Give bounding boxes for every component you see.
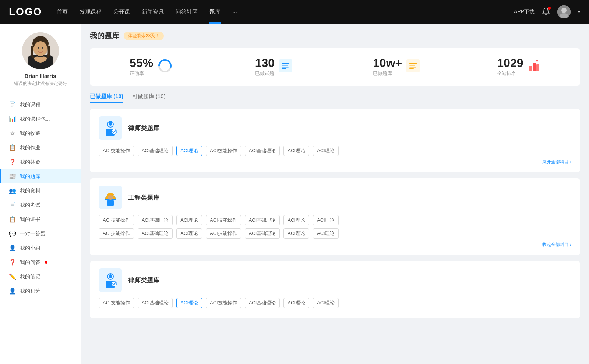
svg-rect-21 [409,65,415,66]
tag-item[interactable]: ACI技能操作 [99,228,134,239]
tag-item[interactable]: ACI基础理论 [138,228,173,239]
sidebar-item-course[interactable]: 📄 我的课程 [0,97,81,112]
tag-item[interactable]: ACI技能操作 [206,146,241,156]
sidebar-item-course-package[interactable]: 📊 我的课程包... [0,112,81,126]
tag-item[interactable]: ACI理论 [176,215,202,225]
engineer-icon [99,186,122,209]
tag-item[interactable]: ACI基础理论 [138,298,173,308]
svg-rect-14 [279,59,292,72]
tag-item[interactable]: ACI理论 [313,215,339,225]
tag-item[interactable]: ACI技能操作 [99,298,134,308]
sidebar-item-exam[interactable]: 📄 我的考试 [0,198,81,212]
tag-item[interactable]: ACI理论 [283,298,309,308]
collapse-link[interactable]: 收起全部科目 › [99,242,571,248]
sidebar-item-certificate[interactable]: 📋 我的证书 [0,212,81,226]
bank-card-3-header: 律师类题库 [99,268,571,292]
tag-item[interactable]: ACI技能操作 [99,215,134,225]
bank-card-lawyer-1: 律师类题库 ACI技能操作 ACI基础理论 ACI理论 ACI技能操作 ACI基… [90,109,580,172]
tag-item[interactable]: ACI基础理论 [245,146,280,156]
question-bank-icon: 📰 [9,173,16,180]
navbar-right: APP下载 ▾ [514,5,580,18]
tag-item[interactable]: ACI技能操作 [206,228,241,239]
nav-news[interactable]: 新闻资讯 [142,8,164,15]
sidebar-item-favorites[interactable]: ☆ 我的收藏 [0,126,81,140]
tag-item[interactable]: ACI基础理论 [138,146,173,156]
course-icon: 📄 [9,101,16,108]
tab-available-banks[interactable]: 可做题库 (10) [132,93,166,103]
certificate-icon: 📋 [9,216,16,223]
svg-rect-23 [409,68,414,69]
notification-bell[interactable] [542,7,550,17]
svg-point-9 [38,47,39,49]
sidebar-item-qa[interactable]: ❓ 我的答疑 [0,155,81,169]
tag-item[interactable]: ACI理论 [313,228,339,239]
tag-item[interactable]: ACI技能操作 [206,215,241,225]
rank-icon [528,59,541,75]
nav-home[interactable]: 首页 [57,8,68,15]
lawyer-icon-1 [99,116,122,140]
tag-item[interactable]: ACI理论 [283,228,309,239]
tag-item[interactable]: ACI理论 [283,215,309,225]
tag-item[interactable]: ACI理论 [313,146,339,156]
qa-red-dot [45,261,47,264]
done-questions-label: 已做试题 [255,70,275,77]
course-package-icon: 📊 [9,115,16,122]
nav-discover[interactable]: 发现课程 [80,8,102,15]
tag-item[interactable]: ACI基础理论 [138,215,173,225]
tag-item[interactable]: ACI技能操作 [99,146,134,156]
nav-question-bank[interactable]: 题库 [209,8,221,15]
tag-item-active[interactable]: ACI理论 [176,298,202,308]
svg-point-8 [34,41,47,56]
tag-item[interactable]: ACI基础理论 [245,298,280,308]
bank-card-engineer: 工程类题库 ACI技能操作 ACI基础理论 ACI理论 ACI技能操作 ACI基… [90,178,580,255]
materials-icon: 👥 [9,187,16,194]
app-download-link[interactable]: APP下载 [514,8,535,15]
svg-rect-18 [282,68,286,69]
nav-more[interactable]: ··· [232,9,237,15]
points-icon: 👤 [9,288,16,295]
bank-card-2-header: 工程类题库 [99,186,571,209]
logo[interactable]: LOGO [9,6,42,18]
sidebar-item-points[interactable]: 👤 我的积分 [0,284,81,298]
one-on-one-icon: 💬 [9,230,16,237]
svg-rect-17 [282,67,289,68]
bank-3-name: 律师类题库 [128,276,159,285]
sidebar-item-one-on-one[interactable]: 💬 一对一答疑 [0,226,81,241]
rank-value: 1029 [497,57,523,69]
trial-badge: 体验剩余23天！ [124,32,164,40]
user-menu-chevron[interactable]: ▾ [578,9,580,14]
sidebar-item-my-qa[interactable]: ❓ 我的问答 [0,255,81,270]
bank-card-lawyer-2: 律师类题库 ACI技能操作 ACI基础理论 ACI理论 ACI技能操作 ACI基… [90,261,580,318]
sidebar-item-group[interactable]: 👤 我的小组 [0,241,81,255]
tag-item[interactable]: ACI基础理论 [245,228,280,239]
notification-dot [548,7,551,10]
expand-link-1[interactable]: 展开全部科目 › [99,159,571,165]
svg-point-13 [161,62,169,69]
tag-item[interactable]: ACI理论 [313,298,339,308]
stat-rank: 1029 全站排名 [458,57,580,77]
qa-icon: ❓ [9,158,16,165]
tag-item[interactable]: ACI技能操作 [206,298,241,308]
sidebar-menu: 📄 我的课程 📊 我的课程包... ☆ 我的收藏 📋 我的作业 ❓ 我的答疑 📰 [0,97,81,298]
sidebar-item-homework[interactable]: 📋 我的作业 [0,140,81,155]
user-avatar[interactable] [557,5,571,18]
nav-open-course[interactable]: 公开课 [113,8,130,15]
svg-rect-20 [409,63,417,64]
tab-done-banks[interactable]: 已做题库 (10) [90,93,123,103]
tag-item-active[interactable]: ACI理论 [176,146,202,156]
bank-card-1-header: 律师类题库 [99,116,571,140]
svg-rect-24 [529,66,532,71]
tag-item[interactable]: ACI基础理论 [245,215,280,225]
main-content: 我的题库 体验剩余23天！ 55% 正确率 [81,24,589,364]
sidebar-item-question-bank[interactable]: 📰 我的题库 [0,169,81,183]
stat-done-questions: 130 已做试题 [212,57,335,77]
sidebar-item-materials[interactable]: 👥 我的资料 [0,183,81,198]
lawyer-icon-2 [99,268,122,292]
svg-rect-26 [536,64,539,71]
nav-qa[interactable]: 问答社区 [176,8,198,15]
sidebar-item-notes[interactable]: ✏️ 我的笔记 [0,270,81,284]
bank-2-tags-row-2: ACI技能操作 ACI基础理论 ACI理论 ACI技能操作 ACI基础理论 AC… [99,228,571,239]
tag-item[interactable]: ACI理论 [176,228,202,239]
tabs-bar: 已做题库 (10) 可做题库 (10) [90,93,580,103]
tag-item[interactable]: ACI理论 [283,146,309,156]
